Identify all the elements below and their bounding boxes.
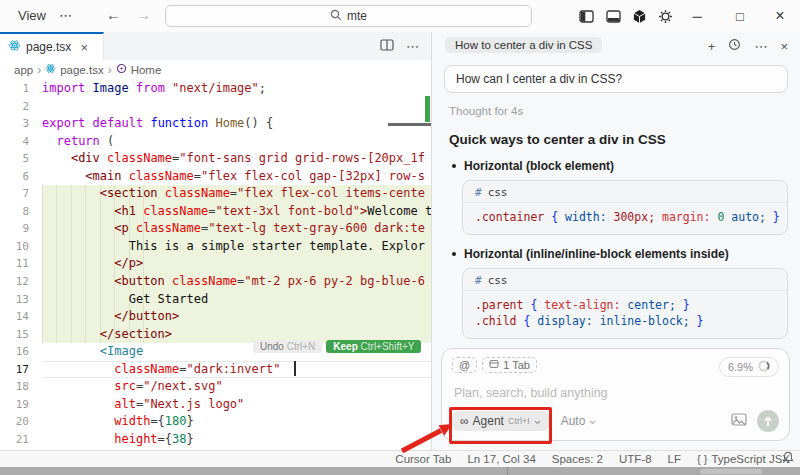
chat-close-icon[interactable]: × bbox=[780, 39, 788, 54]
new-chat-icon[interactable]: + bbox=[708, 39, 716, 54]
send-button[interactable] bbox=[757, 410, 779, 432]
line-number[interactable]: 1 bbox=[0, 80, 42, 98]
model-selector[interactable]: Auto bbox=[561, 414, 597, 428]
code-line-13[interactable]: 13 Get Started bbox=[0, 291, 431, 309]
line-number[interactable]: 5 bbox=[0, 150, 42, 168]
undo-button[interactable]: Undo Ctrl+N bbox=[253, 340, 322, 353]
status-item[interactable]: Cursor Tab bbox=[395, 453, 451, 465]
line-number[interactable]: 11 bbox=[0, 255, 42, 273]
line-number[interactable]: 2 bbox=[0, 98, 42, 116]
minimize-button[interactable]: ─ bbox=[682, 0, 712, 32]
chat-code-block[interactable]: #css.container { width: 300px; margin: 0… bbox=[462, 180, 788, 235]
code-editor[interactable]: 1import Image from "next/image";23export… bbox=[0, 80, 431, 450]
editor-tab-bar: page.tsx × ⋯ bbox=[0, 32, 431, 61]
code-line-17[interactable]: 17 className="dark:invert" bbox=[0, 361, 431, 379]
line-number[interactable]: 13 bbox=[0, 291, 42, 309]
mention-chip[interactable]: @ bbox=[452, 357, 477, 373]
line-number[interactable]: 17 bbox=[0, 361, 42, 379]
line-number[interactable]: 18 bbox=[0, 378, 42, 396]
breadcrumb-separator: › bbox=[108, 63, 112, 77]
status-item[interactable]: Ln 17, Col 34 bbox=[467, 453, 535, 465]
line-number[interactable]: 10 bbox=[0, 238, 42, 256]
line-number[interactable]: 6 bbox=[0, 168, 42, 186]
line-number[interactable]: 21 bbox=[0, 431, 42, 449]
chat-tab[interactable]: How to center a div in CSS bbox=[445, 37, 602, 53]
line-number[interactable]: 19 bbox=[0, 396, 42, 414]
menu-overflow[interactable]: ⋯ bbox=[55, 0, 76, 32]
maximize-button[interactable]: □ bbox=[725, 0, 755, 32]
tab-context-chip[interactable]: 1 Tab bbox=[482, 357, 537, 373]
status-item[interactable]: Spaces: 2 bbox=[552, 453, 603, 465]
line-number[interactable]: 16 bbox=[0, 343, 42, 361]
chat-code-block[interactable]: #css.parent { text-align: center; }.chil… bbox=[462, 268, 788, 339]
line-number[interactable]: 15 bbox=[0, 326, 42, 344]
keep-button[interactable]: Keep Ctrl+Shift+Y bbox=[326, 340, 421, 353]
split-editor-icon[interactable] bbox=[380, 39, 394, 54]
inline-diff-actions: Undo Ctrl+N Keep Ctrl+Shift+Y bbox=[253, 340, 421, 353]
code-area[interactable]: 1import Image from "next/image";23export… bbox=[0, 80, 431, 450]
tab-page-tsx[interactable]: page.tsx × bbox=[0, 32, 104, 60]
line-number[interactable]: 14 bbox=[0, 308, 42, 326]
text-cursor bbox=[294, 361, 296, 376]
attach-image-icon[interactable] bbox=[731, 413, 747, 429]
line-number[interactable]: 4 bbox=[0, 133, 42, 151]
line-number[interactable]: 3 bbox=[0, 115, 42, 133]
status-item[interactable]: LF bbox=[668, 453, 681, 465]
code-line-21[interactable]: 21 height={38} bbox=[0, 431, 431, 449]
history-icon[interactable] bbox=[728, 38, 741, 54]
context-usage[interactable]: 6.9% bbox=[719, 357, 779, 377]
line-number[interactable]: 12 bbox=[0, 273, 42, 291]
user-message[interactable]: How can I center a div in CSS? bbox=[444, 65, 788, 93]
toggle-sidebar-icon[interactable] bbox=[576, 7, 596, 25]
chevron-down-icon bbox=[589, 414, 596, 428]
status-item[interactable]: UTF-8 bbox=[619, 453, 652, 465]
search-input[interactable]: mte bbox=[165, 5, 532, 27]
status-bar: Cursor TabLn 17, Col 34Spaces: 2UTF-8LF{… bbox=[0, 450, 800, 467]
code-line-18[interactable]: 18 src="/next.svg" bbox=[0, 378, 431, 396]
line-number[interactable]: 20 bbox=[0, 413, 42, 431]
chat-tab-bar: How to center a div in CSS + ⋯ × bbox=[432, 32, 800, 60]
editor-more-actions-icon[interactable]: ⋯ bbox=[406, 39, 419, 54]
forward-button[interactable]: → bbox=[136, 0, 151, 32]
notifications-bell-icon[interactable] bbox=[782, 451, 794, 467]
code-line-20[interactable]: 20 width={180} bbox=[0, 413, 431, 431]
code-line-4[interactable]: 4 return ( bbox=[0, 133, 431, 151]
code-block-line: .parent { text-align: center; } bbox=[475, 297, 775, 314]
toggle-panel-icon[interactable] bbox=[603, 7, 623, 25]
code-line-9[interactable]: 9 <p className="text-lg text-gray-600 da… bbox=[0, 220, 431, 238]
code-line-2[interactable]: 2 bbox=[0, 98, 431, 116]
tab-close-icon[interactable]: × bbox=[80, 40, 88, 55]
line-number[interactable]: 8 bbox=[0, 203, 42, 221]
line-number[interactable]: 9 bbox=[0, 220, 42, 238]
thought-duration[interactable]: Thought for 4s bbox=[449, 105, 800, 117]
chat-more-icon[interactable]: ⋯ bbox=[754, 39, 767, 54]
close-button[interactable]: × bbox=[765, 0, 795, 32]
code-line-7[interactable]: 7 <section className="flex flex-col item… bbox=[0, 185, 431, 203]
code-line-19[interactable]: 19 alt="Next.js logo" bbox=[0, 396, 431, 414]
breadcrumb-file[interactable]: page.tsx bbox=[60, 64, 103, 76]
status-item[interactable]: { }TypeScript JSX bbox=[697, 453, 790, 465]
breadcrumb-app[interactable]: app bbox=[14, 64, 33, 76]
menu-view[interactable]: View bbox=[14, 0, 50, 32]
settings-gear-icon[interactable] bbox=[655, 7, 675, 25]
code-line-6[interactable]: 6 <main className="flex flex-col gap-[32… bbox=[0, 168, 431, 186]
code-line-11[interactable]: 11 </p> bbox=[0, 255, 431, 273]
cube-icon[interactable] bbox=[629, 7, 649, 25]
code-line-12[interactable]: 12 <button className="mt-2 px-6 py-2 bg-… bbox=[0, 273, 431, 291]
breadcrumb-symbol[interactable]: Home bbox=[131, 64, 162, 76]
back-button[interactable]: ← bbox=[106, 0, 121, 32]
code-line-14[interactable]: 14 </button> bbox=[0, 308, 431, 326]
app-window: View ⋯ ← → mte ─ □ × page bbox=[0, 0, 800, 475]
chat-panel: How to center a div in CSS + ⋯ × How can… bbox=[431, 32, 800, 450]
code-line-1[interactable]: 1import Image from "next/image"; bbox=[0, 80, 431, 98]
line-number[interactable]: 7 bbox=[0, 185, 42, 203]
code-block-line: .child { display: inline-block; } bbox=[475, 313, 775, 330]
chat-input-placeholder[interactable]: Plan, search, build anything bbox=[454, 386, 608, 400]
code-line-5[interactable]: 5 <div className="font-sans grid grid-ro… bbox=[0, 150, 431, 168]
code-line-10[interactable]: 10 This is a simple starter template. Ex… bbox=[0, 238, 431, 256]
code-line-8[interactable]: 8 <h1 className="text-3xl font-bold">Wel… bbox=[0, 203, 431, 221]
code-line-3[interactable]: 3export default function Home() { bbox=[0, 115, 431, 133]
taskbar-divider bbox=[507, 467, 508, 475]
answer-body: Horizontal (block element)#css.container… bbox=[432, 159, 800, 339]
annotation-highlight-box bbox=[449, 407, 552, 444]
